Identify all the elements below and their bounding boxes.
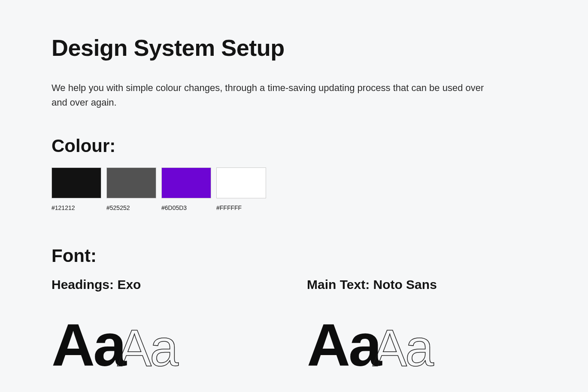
font-sample-main: Aa Aa [307, 302, 536, 375]
colour-swatches: #121212 #525252 #6D05D3 #FFFFFF [52, 167, 536, 211]
swatch-box [106, 167, 156, 198]
colour-swatch: #FFFFFF [216, 167, 266, 211]
swatch-label: #6D05D3 [161, 204, 211, 211]
font-sample-outline: Aa [117, 319, 177, 377]
font-sample-headings: Aa Aa [52, 302, 281, 375]
font-name: Noto Sans [373, 277, 436, 292]
font-heading: Font: [52, 246, 536, 266]
colour-swatch: #6D05D3 [161, 167, 211, 211]
font-role-label: Headings: [52, 277, 114, 292]
font-sample-solid: Aa [307, 315, 380, 375]
swatch-box [52, 167, 101, 198]
design-system-page: Design System Setup We help you with sim… [52, 34, 536, 375]
font-role-label: Main Text: [307, 277, 370, 292]
font-headings-label: Headings: Exo [52, 277, 281, 292]
font-main-column: Main Text: Noto Sans Aa Aa [307, 277, 536, 375]
swatch-box [161, 167, 211, 198]
font-sample-outline: Aa [373, 319, 432, 377]
colour-heading: Colour: [52, 136, 536, 156]
font-sample-solid: Aa [52, 315, 125, 375]
font-main-label: Main Text: Noto Sans [307, 277, 536, 292]
font-name: Exo [117, 277, 141, 292]
page-title: Design System Setup [52, 34, 536, 61]
page-intro: We help you with simple colour changes, … [52, 81, 489, 110]
swatch-box [216, 167, 266, 198]
colour-swatch: #525252 [106, 167, 156, 211]
font-headings-column: Headings: Exo Aa Aa [52, 277, 281, 375]
font-section: Font: Headings: Exo Aa Aa Main Text: Not… [52, 246, 536, 375]
colour-swatch: #121212 [52, 167, 101, 211]
swatch-label: #525252 [106, 204, 156, 211]
swatch-label: #FFFFFF [216, 204, 266, 211]
swatch-label: #121212 [52, 204, 101, 211]
